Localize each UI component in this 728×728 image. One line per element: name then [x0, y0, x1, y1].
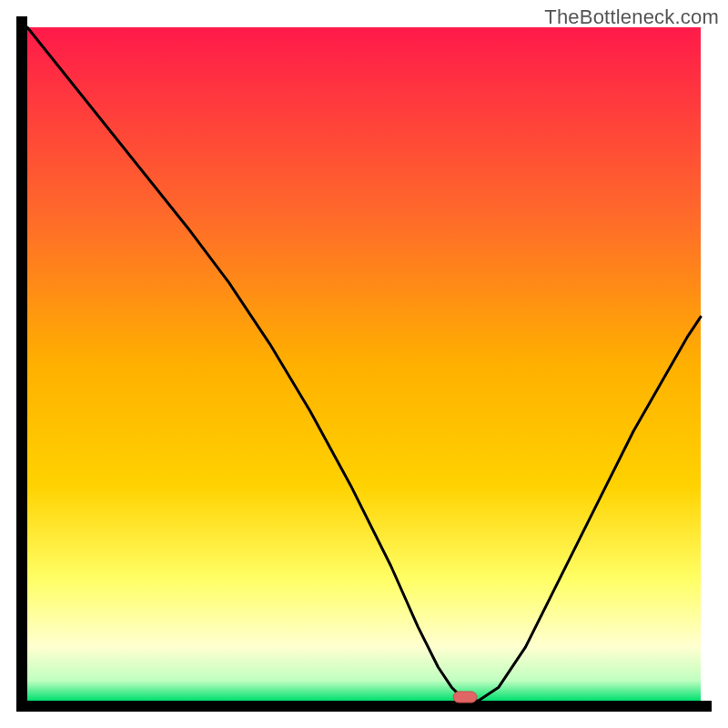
x-axis [16, 701, 712, 712]
gradient-background [27, 27, 701, 701]
optimum-marker [453, 692, 477, 703]
bottleneck-chart [0, 0, 728, 728]
y-axis [16, 16, 27, 712]
